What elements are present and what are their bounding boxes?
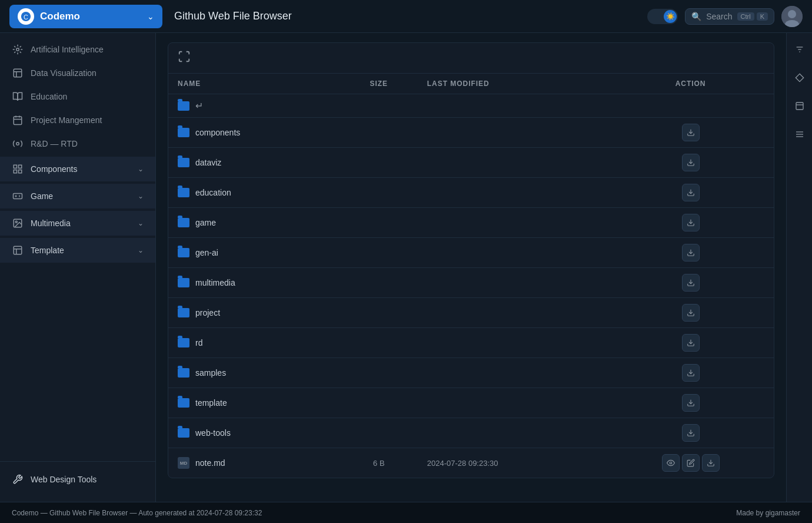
svg-rect-7 — [14, 117, 22, 125]
download-button[interactable] — [682, 394, 700, 412]
folder-icon — [178, 338, 189, 347]
table-row[interactable]: gen-ai — [168, 238, 774, 268]
file-actions — [607, 418, 774, 448]
game-chevron-icon: ⌄ — [138, 192, 144, 200]
file-actions — [607, 118, 774, 148]
list-icon[interactable] — [790, 125, 809, 144]
logo-button[interactable]: C Codemo ⌄ — [9, 5, 162, 28]
sidebar-item-multimedia-left: Multimedia — [12, 217, 71, 229]
table-row[interactable]: samples — [168, 358, 774, 388]
folder-icon — [178, 428, 189, 438]
download-button[interactable] — [682, 154, 700, 171]
file-name: note.md — [195, 458, 225, 468]
file-modified — [418, 388, 607, 418]
download-button[interactable] — [682, 244, 700, 262]
download-button[interactable] — [702, 454, 720, 472]
folder-icon — [178, 128, 189, 137]
col-action-header: ACTION — [607, 74, 774, 94]
sidebar-spacer — [0, 264, 155, 461]
download-button[interactable] — [682, 304, 700, 322]
col-size-header: SIZE — [340, 74, 418, 94]
file-modified: 2024-07-28 09:23:30 — [418, 448, 607, 478]
sidebar-item-components[interactable]: Components ⌄ — [0, 157, 155, 181]
file-name: education — [195, 188, 231, 197]
sidebar-item-ai[interactable]: Artificial Intelligence — [0, 38, 155, 61]
file-modified — [418, 118, 607, 148]
file-actions — [607, 178, 774, 208]
table-row[interactable]: dataviz — [168, 148, 774, 178]
download-button[interactable] — [682, 184, 700, 201]
download-button[interactable] — [682, 274, 700, 292]
file-name: rd — [195, 338, 202, 347]
svg-rect-34 — [796, 102, 803, 110]
file-browser-header — [168, 43, 774, 74]
file-size — [340, 208, 418, 238]
sidebar-item-multimedia[interactable]: Multimedia ⌄ — [0, 211, 155, 236]
download-button[interactable] — [682, 364, 700, 382]
view-button[interactable] — [662, 454, 680, 472]
file-size — [340, 118, 418, 148]
svg-rect-11 — [14, 170, 16, 173]
sidebar-item-education-label: Education — [31, 92, 67, 101]
avatar[interactable] — [781, 6, 803, 27]
sidebar-item-template-left: Template — [12, 244, 64, 256]
file-size — [340, 268, 418, 298]
file-actions — [607, 358, 774, 388]
edit-button[interactable] — [682, 454, 700, 472]
table-row[interactable]: project — [168, 298, 774, 328]
table-row[interactable]: template — [168, 388, 774, 418]
theme-toggle-dot: ☀️ — [664, 10, 677, 23]
sidebar-item-template[interactable]: Template ⌄ — [0, 238, 155, 263]
download-button[interactable] — [682, 334, 700, 352]
file-modified — [418, 94, 607, 118]
table-row[interactable]: MDnote.md6 B2024-07-28 09:23:30 — [168, 448, 774, 478]
download-button[interactable] — [682, 424, 700, 442]
table-row[interactable]: education — [168, 178, 774, 208]
table-row[interactable]: web-tools — [168, 418, 774, 448]
file-name: gen-ai — [195, 248, 218, 257]
sidebar-item-project[interactable]: Project Mangement — [0, 108, 155, 132]
table-row[interactable]: components — [168, 118, 774, 148]
file-name: web-tools — [195, 428, 231, 438]
page-title: Github Web File Browser — [162, 10, 647, 22]
file-table-body: ↵componentsdatavizeducationgamegen-aimul… — [168, 94, 774, 478]
file-size — [340, 178, 418, 208]
file-modified — [418, 358, 607, 388]
search-bar[interactable]: 🔍 Search Ctrl K — [685, 8, 774, 25]
file-icon[interactable] — [790, 97, 809, 115]
file-size — [340, 418, 418, 448]
sidebar-item-web-design[interactable]: Web Design Tools — [0, 466, 155, 492]
sidebar-item-education[interactable]: Education — [0, 85, 155, 108]
file-size — [340, 298, 418, 328]
filter-icon[interactable] — [790, 40, 809, 59]
download-button[interactable] — [682, 214, 700, 231]
folder-icon — [178, 218, 189, 227]
file-name: template — [195, 398, 227, 408]
header-right: ☀️ 🔍 Search Ctrl K — [647, 6, 803, 27]
table-row[interactable]: rd — [168, 328, 774, 358]
sidebar-item-game[interactable]: Game ⌄ — [0, 184, 155, 208]
theme-toggle[interactable]: ☀️ — [647, 9, 678, 24]
file-actions — [607, 94, 774, 118]
file-actions — [607, 448, 774, 478]
table-row[interactable]: game — [168, 208, 774, 238]
search-label: Search — [706, 12, 732, 21]
footer: Codemo — Github Web File Browser — Auto … — [0, 502, 812, 523]
folder-icon — [178, 278, 189, 287]
file-name: components — [195, 128, 240, 137]
svg-rect-6 — [14, 69, 22, 77]
sidebar-item-dataviz-label: Data Visualization — [31, 68, 96, 78]
multimedia-chevron-icon: ⌄ — [138, 219, 144, 227]
diamond-icon[interactable] — [790, 68, 809, 87]
folder-icon — [178, 398, 189, 408]
sidebar-item-rnd[interactable]: R&D — RTD — [0, 132, 155, 155]
table-row[interactable]: multimedia — [168, 268, 774, 298]
table-row[interactable]: ↵ — [168, 94, 774, 118]
md-file-icon: MD — [178, 457, 189, 469]
multimedia-icon — [12, 217, 24, 229]
download-button[interactable] — [682, 124, 700, 141]
file-modified — [418, 148, 607, 178]
svg-rect-10 — [19, 165, 22, 168]
file-name: dataviz — [195, 158, 221, 167]
sidebar-item-dataviz[interactable]: Data Visualization — [0, 61, 155, 85]
